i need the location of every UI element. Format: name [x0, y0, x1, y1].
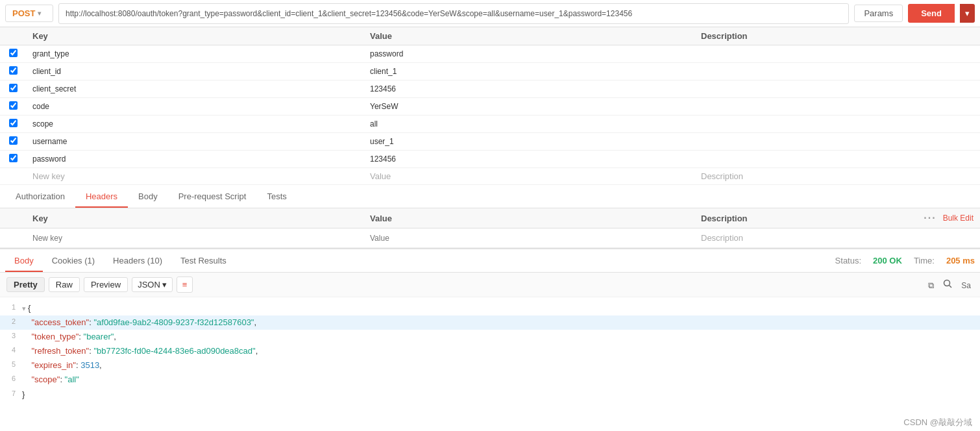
params-table-row: client_secret 123456	[0, 80, 980, 98]
params-new-row: New key Value Description	[0, 168, 980, 185]
response-tabs-row: Body Cookies (1) Headers (10) Test Resul…	[0, 249, 980, 273]
row-key: client_secret	[26, 80, 363, 98]
row-value: client_1	[363, 63, 694, 80]
method-label: POST	[12, 8, 35, 18]
url-input[interactable]	[58, 3, 849, 24]
row-checkbox[interactable]	[9, 119, 18, 127]
wrap-button[interactable]: ≡	[177, 277, 193, 293]
headers-new-row: Description	[0, 228, 980, 248]
row-key: code	[26, 98, 363, 116]
status-info: Status: 200 OK Time: 205 ms	[835, 256, 975, 265]
params-table-row: code YerSeW	[0, 98, 980, 116]
row-value: YerSeW	[363, 98, 694, 116]
headers-value-col: Value	[363, 208, 694, 228]
search-button[interactable]	[940, 278, 955, 291]
json-line: 1▾{	[0, 301, 980, 315]
time-label: Time:	[914, 256, 935, 265]
send-dropdown-button[interactable]: ▾	[960, 4, 975, 23]
headers-desc-col: Description ··· Bulk Edit	[694, 208, 980, 228]
params-button[interactable]: Params	[854, 5, 903, 22]
row-checkbox[interactable]	[9, 84, 18, 92]
row-description	[694, 63, 980, 80]
request-tabs: Authorization Headers Body Pre-request S…	[0, 185, 980, 208]
row-key: scope	[26, 116, 363, 133]
params-section: Key Value Description grant_type passwor…	[0, 27, 980, 185]
desc-col-header: Description	[694, 27, 980, 45]
time-value: 205 ms	[946, 256, 975, 265]
save-button[interactable]: Sa	[959, 278, 974, 291]
tab-authorization[interactable]: Authorization	[5, 186, 75, 208]
method-button[interactable]: POST ▾	[5, 5, 53, 22]
row-description	[694, 116, 980, 133]
response-section: Body Cookies (1) Headers (10) Test Resul…	[0, 249, 980, 406]
tab-tests[interactable]: Tests	[256, 186, 297, 208]
row-key: password	[26, 151, 363, 168]
copy-button[interactable]: ⧉	[925, 278, 937, 292]
row-key: client_id	[26, 63, 363, 80]
params-table-row: scope all	[0, 116, 980, 133]
row-value: 123456	[363, 80, 694, 98]
method-arrow: ▾	[38, 10, 41, 17]
row-checkbox[interactable]	[9, 101, 18, 110]
tab-body[interactable]: Body	[128, 186, 168, 208]
top-bar: POST ▾ Params Send ▾	[0, 0, 980, 27]
json-viewer: 1▾{2 "access_token": "af0d9fae-9ab2-4809…	[0, 297, 980, 406]
row-value: all	[363, 116, 694, 133]
row-checkbox[interactable]	[9, 49, 18, 57]
params-table-row: username user_1	[0, 133, 980, 151]
row-description	[694, 80, 980, 98]
raw-button[interactable]: Raw	[49, 277, 80, 292]
json-line: 4 "refresh_token": "bb7723fc-fd0e-4244-8…	[0, 344, 980, 358]
response-tab-headers[interactable]: Headers (10)	[104, 251, 171, 272]
status-label: Status:	[835, 256, 861, 265]
pretty-button[interactable]: Pretty	[6, 277, 45, 292]
row-description	[694, 151, 980, 168]
headers-new-value-input[interactable]	[370, 234, 688, 243]
params-table-row: grant_type password	[0, 45, 980, 63]
row-description	[694, 133, 980, 151]
json-line: 3 "token_type": "bearer",	[0, 330, 980, 344]
search-icon	[943, 279, 952, 288]
headers-check-col	[0, 208, 26, 228]
format-dropdown[interactable]: JSON ▾	[132, 277, 173, 292]
svg-point-0	[944, 280, 950, 286]
fold-icon[interactable]: ▾	[22, 304, 26, 312]
headers-more-icon[interactable]: ···	[924, 212, 936, 224]
tab-headers[interactable]: Headers	[75, 186, 128, 208]
params-table-row: password 123456	[0, 151, 980, 168]
params-table: Key Value Description grant_type passwor…	[0, 27, 980, 185]
row-checkbox[interactable]	[9, 154, 18, 162]
bulk-edit-button[interactable]: Bulk Edit	[943, 214, 974, 223]
send-button[interactable]: Send	[908, 4, 955, 23]
headers-section: Key Value Description ··· Bulk Edit	[0, 208, 980, 249]
row-key: username	[26, 133, 363, 151]
status-value: 200 OK	[873, 256, 902, 265]
key-col-header: Key	[26, 27, 363, 45]
row-checkbox[interactable]	[9, 136, 18, 145]
row-value: 123456	[363, 151, 694, 168]
row-value: user_1	[363, 133, 694, 151]
row-key: grant_type	[26, 45, 363, 63]
headers-new-key-input[interactable]	[32, 234, 357, 243]
response-tab-body[interactable]: Body	[5, 251, 43, 272]
row-checkbox[interactable]	[9, 66, 18, 75]
headers-key-col: Key	[26, 208, 363, 228]
json-line: 2 "access_token": "af0d9fae-9ab2-4809-92…	[0, 315, 980, 330]
response-toolbar: Pretty Raw Preview JSON ▾ ≡ ⧉ Sa	[0, 273, 980, 297]
json-line: 7}	[0, 388, 980, 402]
preview-button[interactable]: Preview	[84, 277, 128, 292]
params-table-row: client_id client_1	[0, 63, 980, 80]
headers-table: Key Value Description ··· Bulk Edit	[0, 208, 980, 248]
response-tab-test-results[interactable]: Test Results	[171, 251, 236, 272]
value-col-header: Value	[363, 27, 694, 45]
json-line: 5 "expires_in": 3513,	[0, 358, 980, 373]
json-line: 6 "scope": "all"	[0, 373, 980, 387]
tab-prerequest[interactable]: Pre-request Script	[168, 186, 257, 208]
row-description	[694, 98, 980, 116]
row-value: password	[363, 45, 694, 63]
response-tab-cookies[interactable]: Cookies (1)	[43, 251, 104, 272]
row-description	[694, 45, 980, 63]
checkbox-col-header	[0, 27, 26, 45]
svg-line-1	[949, 286, 952, 288]
